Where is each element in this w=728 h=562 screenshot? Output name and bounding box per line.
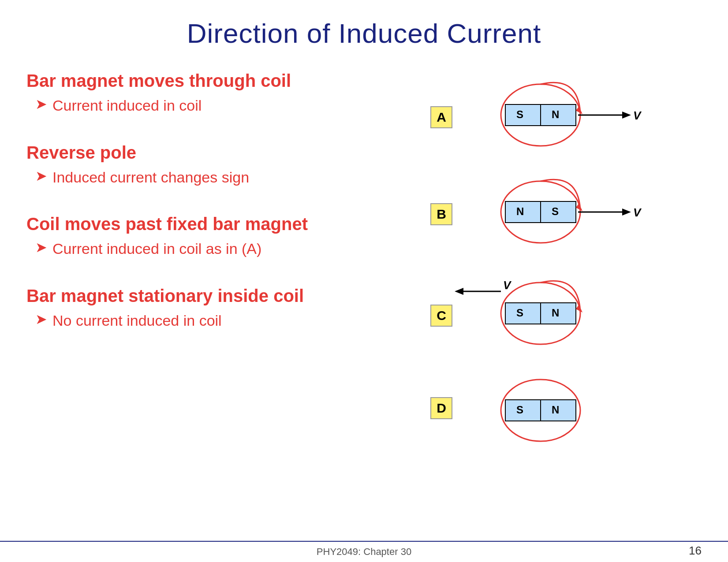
bullet-C: ➤ Current induced in coil as in (A) xyxy=(26,238,397,260)
page-number: 16 xyxy=(689,544,702,558)
bullet-text-C: Current induced in coil as in (A) xyxy=(52,238,261,260)
svg-marker-8 xyxy=(576,106,582,114)
diagram-A: A S N V xyxy=(430,71,686,155)
svg-marker-6 xyxy=(622,112,631,119)
svg-marker-26 xyxy=(576,305,582,313)
svg-text:N: N xyxy=(516,205,524,217)
heading-B: Reverse pole xyxy=(26,143,397,163)
coil-magnet-svg-B: N S V xyxy=(455,168,684,252)
label-box-C: C xyxy=(430,305,452,327)
coil-magnet-svg-C: S N V xyxy=(455,265,684,353)
left-panel: Bar magnet moves through coil ➤ Current … xyxy=(26,71,415,450)
footer-text: PHY2049: Chapter 30 xyxy=(317,546,411,558)
bullet-B: ➤ Induced current changes sign xyxy=(26,167,397,188)
svg-text:S: S xyxy=(552,205,559,217)
svg-text:N: N xyxy=(552,108,559,120)
svg-text:S: S xyxy=(516,307,523,319)
bullet-arrow-B: ➤ xyxy=(35,167,47,186)
svg-text:V: V xyxy=(503,279,512,292)
heading-C: Coil moves past fixed bar magnet xyxy=(26,214,397,234)
svg-text:V: V xyxy=(633,206,642,219)
svg-text:S: S xyxy=(516,404,523,416)
label-box-D: D xyxy=(430,397,452,419)
label-box-B: B xyxy=(430,203,452,225)
svg-text:N: N xyxy=(552,307,559,319)
svg-marker-17 xyxy=(576,203,582,211)
bullet-text-D: No current induced in coil xyxy=(52,310,222,331)
svg-marker-24 xyxy=(455,288,463,295)
svg-text:N: N xyxy=(552,404,559,416)
bullet-text-A: Current induced in coil xyxy=(52,95,202,116)
coil-magnet-svg-A: S N V xyxy=(455,71,684,155)
slide-title: Direction of Induced Current xyxy=(26,18,702,49)
bullet-arrow-D: ➤ xyxy=(35,310,47,329)
diagram-C: C S N V xyxy=(430,265,686,353)
diagram-B: B N S V xyxy=(430,168,686,252)
footer: PHY2049: Chapter 30 xyxy=(0,541,728,562)
bullet-text-B: Induced current changes sign xyxy=(52,167,249,188)
svg-text:S: S xyxy=(516,108,523,120)
svg-text:V: V xyxy=(633,109,642,122)
label-box-A: A xyxy=(430,106,452,128)
section-B: Reverse pole ➤ Induced current changes s… xyxy=(26,143,397,188)
right-panel: A S N V xyxy=(415,71,702,450)
coil-magnet-svg-D: S N xyxy=(455,366,684,450)
section-A: Bar magnet moves through coil ➤ Current … xyxy=(26,71,397,116)
bullet-arrow-C: ➤ xyxy=(35,238,47,257)
diagram-D: D S N xyxy=(430,366,686,450)
svg-marker-15 xyxy=(622,208,631,216)
bullet-A: ➤ Current induced in coil xyxy=(26,95,397,116)
section-D: Bar magnet stationary inside coil ➤ No c… xyxy=(26,286,397,331)
bullet-D: ➤ No current induced in coil xyxy=(26,310,397,331)
heading-D: Bar magnet stationary inside coil xyxy=(26,286,397,306)
section-C: Coil moves past fixed bar magnet ➤ Curre… xyxy=(26,214,397,260)
slide: Direction of Induced Current Bar magnet … xyxy=(0,0,728,562)
bullet-arrow-A: ➤ xyxy=(35,95,47,114)
heading-A: Bar magnet moves through coil xyxy=(26,71,397,91)
content-area: Bar magnet moves through coil ➤ Current … xyxy=(26,71,702,450)
